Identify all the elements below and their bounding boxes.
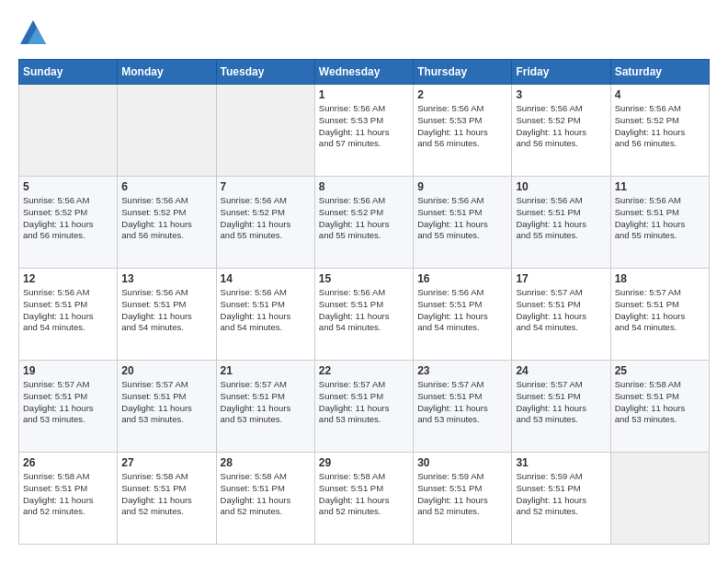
- day-number: 16: [417, 272, 507, 285]
- calendar-cell: 19Sunrise: 5:57 AM Sunset: 5:51 PM Dayli…: [19, 361, 118, 453]
- calendar-cell: 24Sunrise: 5:57 AM Sunset: 5:51 PM Dayli…: [512, 361, 610, 453]
- calendar-cell: 16Sunrise: 5:56 AM Sunset: 5:51 PM Dayli…: [414, 269, 512, 361]
- calendar-cell: 10Sunrise: 5:56 AM Sunset: 5:51 PM Dayli…: [512, 177, 610, 269]
- calendar-cell: 4Sunrise: 5:56 AM Sunset: 5:52 PM Daylig…: [610, 85, 709, 177]
- day-number: 21: [221, 364, 311, 377]
- day-number: 13: [121, 272, 211, 285]
- calendar-day-header: Tuesday: [216, 60, 314, 85]
- page: SundayMondayTuesdayWednesdayThursdayFrid…: [0, 0, 728, 563]
- calendar-cell: 8Sunrise: 5:56 AM Sunset: 5:52 PM Daylig…: [314, 177, 413, 269]
- cell-content: Sunrise: 5:58 AM Sunset: 5:51 PM Dayligh…: [121, 471, 211, 518]
- day-number: 10: [516, 180, 606, 193]
- calendar-cell: 22Sunrise: 5:57 AM Sunset: 5:51 PM Dayli…: [314, 361, 413, 453]
- calendar-cell: 26Sunrise: 5:58 AM Sunset: 5:51 PM Dayli…: [19, 453, 118, 545]
- calendar-cell: 27Sunrise: 5:58 AM Sunset: 5:51 PM Dayli…: [118, 453, 216, 545]
- cell-content: Sunrise: 5:59 AM Sunset: 5:51 PM Dayligh…: [516, 471, 606, 518]
- calendar-cell: 23Sunrise: 5:57 AM Sunset: 5:51 PM Dayli…: [414, 361, 512, 453]
- cell-content: Sunrise: 5:58 AM Sunset: 5:51 PM Dayligh…: [221, 471, 311, 518]
- cell-content: Sunrise: 5:58 AM Sunset: 5:51 PM Dayligh…: [615, 379, 705, 426]
- calendar-cell: 1Sunrise: 5:56 AM Sunset: 5:53 PM Daylig…: [314, 85, 413, 177]
- calendar-day-header: Sunday: [19, 60, 118, 85]
- calendar-cell: 30Sunrise: 5:59 AM Sunset: 5:51 PM Dayli…: [414, 453, 512, 545]
- calendar-day-header: Monday: [118, 60, 216, 85]
- cell-content: Sunrise: 5:56 AM Sunset: 5:52 PM Dayligh…: [615, 103, 705, 150]
- day-number: 24: [516, 364, 606, 377]
- day-number: 3: [516, 88, 606, 101]
- day-number: 30: [417, 456, 507, 469]
- day-number: 1: [319, 88, 409, 101]
- day-number: 22: [319, 364, 409, 377]
- cell-content: Sunrise: 5:57 AM Sunset: 5:51 PM Dayligh…: [615, 287, 705, 334]
- calendar-day-header: Friday: [512, 60, 610, 85]
- cell-content: Sunrise: 5:56 AM Sunset: 5:52 PM Dayligh…: [516, 103, 606, 150]
- calendar-cell: 28Sunrise: 5:58 AM Sunset: 5:51 PM Dayli…: [216, 453, 314, 545]
- day-number: 2: [417, 88, 507, 101]
- calendar-cell: 20Sunrise: 5:57 AM Sunset: 5:51 PM Dayli…: [118, 361, 216, 453]
- day-number: 29: [319, 456, 409, 469]
- day-number: 31: [516, 456, 606, 469]
- day-number: 26: [23, 456, 113, 469]
- day-number: 25: [615, 364, 705, 377]
- calendar-header-row: SundayMondayTuesdayWednesdayThursdayFrid…: [19, 60, 710, 85]
- cell-content: Sunrise: 5:57 AM Sunset: 5:51 PM Dayligh…: [319, 379, 409, 426]
- cell-content: Sunrise: 5:56 AM Sunset: 5:53 PM Dayligh…: [319, 103, 409, 150]
- logo-icon: [18, 18, 48, 48]
- cell-content: Sunrise: 5:57 AM Sunset: 5:51 PM Dayligh…: [417, 379, 507, 426]
- calendar-cell: 15Sunrise: 5:56 AM Sunset: 5:51 PM Dayli…: [314, 269, 413, 361]
- calendar-week-row: 19Sunrise: 5:57 AM Sunset: 5:51 PM Dayli…: [19, 361, 710, 453]
- calendar-cell: 14Sunrise: 5:56 AM Sunset: 5:51 PM Dayli…: [216, 269, 314, 361]
- day-number: 14: [221, 272, 311, 285]
- calendar-cell: 21Sunrise: 5:57 AM Sunset: 5:51 PM Dayli…: [216, 361, 314, 453]
- cell-content: Sunrise: 5:57 AM Sunset: 5:51 PM Dayligh…: [23, 379, 113, 426]
- cell-content: Sunrise: 5:57 AM Sunset: 5:51 PM Dayligh…: [121, 379, 211, 426]
- calendar-cell: [19, 85, 118, 177]
- calendar-week-row: 12Sunrise: 5:56 AM Sunset: 5:51 PM Dayli…: [19, 269, 710, 361]
- calendar-cell: 6Sunrise: 5:56 AM Sunset: 5:52 PM Daylig…: [118, 177, 216, 269]
- cell-content: Sunrise: 5:56 AM Sunset: 5:52 PM Dayligh…: [23, 195, 113, 242]
- day-number: 19: [23, 364, 113, 377]
- calendar-week-row: 1Sunrise: 5:56 AM Sunset: 5:53 PM Daylig…: [19, 85, 710, 177]
- cell-content: Sunrise: 5:56 AM Sunset: 5:51 PM Dayligh…: [319, 287, 409, 334]
- calendar-week-row: 5Sunrise: 5:56 AM Sunset: 5:52 PM Daylig…: [19, 177, 710, 269]
- calendar-cell: 3Sunrise: 5:56 AM Sunset: 5:52 PM Daylig…: [512, 85, 610, 177]
- cell-content: Sunrise: 5:56 AM Sunset: 5:52 PM Dayligh…: [221, 195, 311, 242]
- calendar-cell: 31Sunrise: 5:59 AM Sunset: 5:51 PM Dayli…: [512, 453, 610, 545]
- calendar-cell: 29Sunrise: 5:58 AM Sunset: 5:51 PM Dayli…: [314, 453, 413, 545]
- calendar-cell: 2Sunrise: 5:56 AM Sunset: 5:53 PM Daylig…: [414, 85, 512, 177]
- cell-content: Sunrise: 5:57 AM Sunset: 5:51 PM Dayligh…: [516, 287, 606, 334]
- calendar-day-header: Wednesday: [314, 60, 413, 85]
- calendar-cell: 9Sunrise: 5:56 AM Sunset: 5:51 PM Daylig…: [414, 177, 512, 269]
- calendar-day-header: Saturday: [610, 60, 709, 85]
- cell-content: Sunrise: 5:57 AM Sunset: 5:51 PM Dayligh…: [516, 379, 606, 426]
- calendar-cell: 11Sunrise: 5:56 AM Sunset: 5:51 PM Dayli…: [610, 177, 709, 269]
- cell-content: Sunrise: 5:56 AM Sunset: 5:51 PM Dayligh…: [23, 287, 113, 334]
- cell-content: Sunrise: 5:56 AM Sunset: 5:53 PM Dayligh…: [417, 103, 507, 150]
- cell-content: Sunrise: 5:56 AM Sunset: 5:51 PM Dayligh…: [417, 287, 507, 334]
- day-number: 5: [23, 180, 113, 193]
- day-number: 20: [121, 364, 211, 377]
- calendar-cell: 13Sunrise: 5:56 AM Sunset: 5:51 PM Dayli…: [118, 269, 216, 361]
- cell-content: Sunrise: 5:59 AM Sunset: 5:51 PM Dayligh…: [417, 471, 507, 518]
- cell-content: Sunrise: 5:56 AM Sunset: 5:52 PM Dayligh…: [121, 195, 211, 242]
- day-number: 7: [221, 180, 311, 193]
- calendar-week-row: 26Sunrise: 5:58 AM Sunset: 5:51 PM Dayli…: [19, 453, 710, 545]
- cell-content: Sunrise: 5:56 AM Sunset: 5:51 PM Dayligh…: [516, 195, 606, 242]
- calendar-cell: 25Sunrise: 5:58 AM Sunset: 5:51 PM Dayli…: [610, 361, 709, 453]
- cell-content: Sunrise: 5:58 AM Sunset: 5:51 PM Dayligh…: [319, 471, 409, 518]
- cell-content: Sunrise: 5:57 AM Sunset: 5:51 PM Dayligh…: [221, 379, 311, 426]
- cell-content: Sunrise: 5:56 AM Sunset: 5:51 PM Dayligh…: [417, 195, 507, 242]
- day-number: 17: [516, 272, 606, 285]
- calendar-day-header: Thursday: [414, 60, 512, 85]
- calendar-table: SundayMondayTuesdayWednesdayThursdayFrid…: [18, 59, 710, 545]
- calendar-cell: 12Sunrise: 5:56 AM Sunset: 5:51 PM Dayli…: [19, 269, 118, 361]
- day-number: 9: [417, 180, 507, 193]
- day-number: 28: [221, 456, 311, 469]
- day-number: 18: [615, 272, 705, 285]
- calendar-cell: 18Sunrise: 5:57 AM Sunset: 5:51 PM Dayli…: [610, 269, 709, 361]
- day-number: 4: [615, 88, 705, 101]
- calendar-cell: 17Sunrise: 5:57 AM Sunset: 5:51 PM Dayli…: [512, 269, 610, 361]
- cell-content: Sunrise: 5:58 AM Sunset: 5:51 PM Dayligh…: [23, 471, 113, 518]
- calendar-cell: 5Sunrise: 5:56 AM Sunset: 5:52 PM Daylig…: [19, 177, 118, 269]
- day-number: 12: [23, 272, 113, 285]
- day-number: 11: [615, 180, 705, 193]
